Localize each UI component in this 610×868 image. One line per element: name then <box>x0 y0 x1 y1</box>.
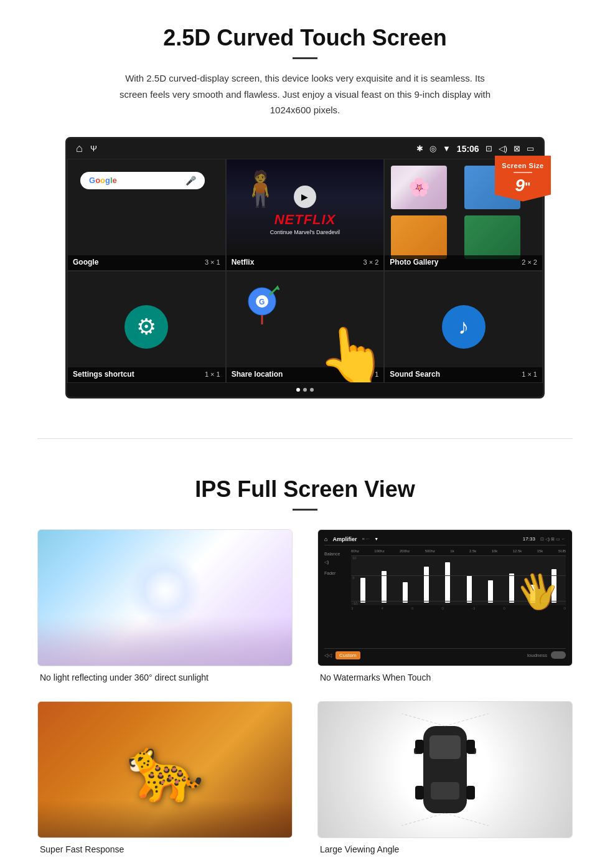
app-grid-row1: Google 🎤 Google 3 × 1 🧍 <box>67 159 543 271</box>
app-grid-row2: ⚙ Settings shortcut 1 × 1 <box>67 271 543 383</box>
feature-speed-label: Super Fast Response <box>37 844 293 854</box>
sound-app-size: 1 × 1 <box>522 370 537 378</box>
photo-thumb-1: 🌸 <box>391 166 447 209</box>
amp-title: Amplifier <box>332 536 357 542</box>
dots-indicator <box>67 383 543 397</box>
curved-title: 2.5D Curved Touch Screen <box>37 25 573 51</box>
screen-icon: ▭ <box>527 144 534 153</box>
status-time: 15:06 <box>457 144 479 154</box>
volume-icon: ◁) <box>499 144 507 153</box>
status-left: ⌂ Ψ <box>76 142 97 155</box>
location-icon: ◎ <box>429 144 436 153</box>
svg-line-15 <box>445 714 489 726</box>
google-app-cell[interactable]: Google 🎤 Google 3 × 1 <box>67 159 226 271</box>
google-cell-label: Google 3 × 1 <box>68 255 225 270</box>
amp-volume-icon: ◁) <box>324 560 346 565</box>
svg-rect-6 <box>429 735 461 759</box>
share-location-cell[interactable]: G 👆 Share location 1 × 1 <box>226 271 385 383</box>
share-app-name: Share location <box>232 370 283 379</box>
amp-loudness-label: loudness <box>527 653 547 658</box>
amp-bar-6 <box>467 575 472 602</box>
curved-description: With 2.5D curved-display screen, this de… <box>118 70 492 118</box>
feature-angle-image <box>317 701 573 838</box>
settings-app-cell[interactable]: ⚙ Settings shortcut 1 × 1 <box>67 271 226 383</box>
sound-search-cell[interactable]: ♪ Sound Search 1 × 1 <box>384 271 543 383</box>
amp-balance-label: Balance <box>324 552 346 556</box>
feature-sunlight-image <box>37 529 293 666</box>
amp-eq-area: 60hz100hz200hz500hz1k2.5k10k12.5k15kSUB … <box>351 549 566 644</box>
amp-toggle[interactable] <box>551 651 566 659</box>
svg-rect-7 <box>431 782 459 800</box>
usb-icon: Ψ <box>90 144 97 153</box>
home-icon[interactable]: ⌂ <box>76 142 83 155</box>
google-app-name: Google <box>73 258 98 267</box>
svg-line-14 <box>401 714 445 726</box>
amp-freq-labels: 60hz100hz200hz500hz1k2.5k10k12.5k15kSUB <box>351 549 566 553</box>
netflix-app-cell[interactable]: 🧍 ▶ NETFLIX Continue Marvel's Daredevil … <box>226 159 385 271</box>
svg-rect-11 <box>466 740 475 753</box>
dot-2 <box>303 388 307 392</box>
sound-app-name: Sound Search <box>390 370 440 379</box>
amp-bar-4 <box>424 567 429 603</box>
x-icon: ⊠ <box>514 144 520 153</box>
photo-green <box>464 215 520 259</box>
device-mockup: Screen Size 9" ⌂ Ψ ✱ ◎ ▼ 15:06 ⊡ ◁) <box>65 137 545 399</box>
ips-title-divider <box>293 509 317 511</box>
amp-bar-5 <box>445 562 450 603</box>
netflix-app-size: 3 × 2 <box>364 258 379 266</box>
car-top-svg <box>395 714 495 826</box>
settings-app-size: 1 × 1 <box>205 370 220 378</box>
svg-text:G: G <box>259 298 265 306</box>
dot-1 <box>296 388 300 392</box>
netflix-play-button[interactable]: ▶ <box>294 186 316 208</box>
cheetah-image: 🐆 <box>38 702 292 837</box>
amp-custom-button[interactable]: Custom <box>336 651 360 659</box>
google-maps-icon: G <box>245 284 279 336</box>
ips-title: IPS Full Screen View <box>37 476 573 502</box>
amp-sidebar: Balance ◁) Fader <box>324 549 346 644</box>
amp-bars: 10 0 -10 <box>351 555 566 605</box>
amp-back-icon: ◁◁ <box>324 653 332 658</box>
netflix-app-name: Netflix <box>232 258 255 267</box>
feature-watermark-image: ⌂ Amplifier ≡ ··· ▼ 17:33 ⊡ ◁) ⊠ ▭ ← Bal… <box>317 529 573 666</box>
feature-angle-label: Large Viewing Angle <box>317 844 573 854</box>
amp-icons: ⊡ ◁) ⊠ ▭ ← <box>540 537 566 542</box>
svg-rect-10 <box>415 740 424 753</box>
amp-bar-1 <box>360 578 365 603</box>
photo-app-name: Photo Gallery <box>390 258 438 267</box>
photo-flower: 🌸 <box>391 166 447 209</box>
sky-image <box>38 530 292 666</box>
netflix-content: ▶ NETFLIX Continue Marvel's Daredevil <box>270 181 340 235</box>
feature-watermark-label: No Watermarks When Touch <box>317 672 573 682</box>
feature-grid: No light reflecting under 360° direct su… <box>37 529 573 854</box>
wifi-icon: ▼ <box>443 144 451 153</box>
netflix-bg: 🧍 ▶ NETFLIX Continue Marvel's Daredevil <box>227 159 384 257</box>
status-right: ✱ ◎ ▼ 15:06 ⊡ ◁) ⊠ ▭ <box>416 144 534 154</box>
sound-search-icon: ♪ <box>442 305 486 349</box>
svg-rect-12 <box>415 786 424 800</box>
badge-size-number: 9 <box>515 176 525 195</box>
badge-label: Screen Size <box>500 162 546 169</box>
feature-angle: Large Viewing Angle <box>317 701 573 854</box>
status-bar: ⌂ Ψ ✱ ◎ ▼ 15:06 ⊡ ◁) ⊠ ▭ <box>67 139 543 159</box>
photo-thumb-4 <box>464 215 520 259</box>
netflix-logo: NETFLIX <box>270 212 340 228</box>
section-divider-line <box>37 438 573 439</box>
svg-line-17 <box>445 813 489 826</box>
curved-section: 2.5D Curved Touch Screen With 2.5D curve… <box>0 0 610 413</box>
badge-inches-symbol: " <box>525 180 530 194</box>
amp-home-icon: ⌂ <box>324 536 327 542</box>
google-search-bar[interactable]: Google 🎤 <box>80 172 205 189</box>
google-logo: Google <box>89 176 117 185</box>
amp-content: Balance ◁) Fader 60hz100hz200hz500hz1k2.… <box>324 549 566 644</box>
google-mic-icon[interactable]: 🎤 <box>185 176 196 186</box>
netflix-cell-label: Netflix 3 × 2 <box>227 255 384 270</box>
ips-section: IPS Full Screen View No light reflecting… <box>0 464 610 869</box>
camera-icon: ⊡ <box>486 144 492 153</box>
settings-icon: ⚙ <box>124 305 168 349</box>
photo-thumb-3 <box>391 215 447 259</box>
amp-header: ⌂ Amplifier ≡ ··· ▼ 17:33 ⊡ ◁) ⊠ ▭ ← <box>324 536 566 545</box>
amplifier-screen: ⌂ Amplifier ≡ ··· ▼ 17:33 ⊡ ◁) ⊠ ▭ ← Bal… <box>318 530 572 666</box>
badge-divider <box>514 172 532 173</box>
title-divider <box>293 57 317 59</box>
